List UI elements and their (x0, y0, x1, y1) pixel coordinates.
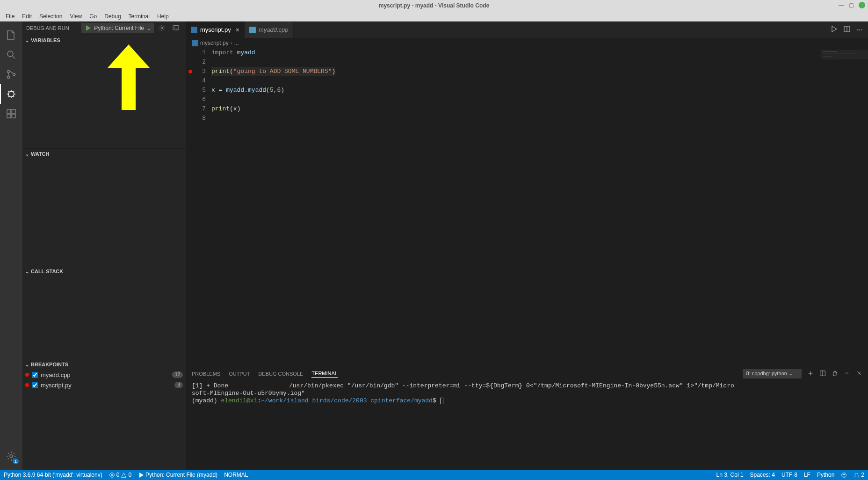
menu-edit[interactable]: Edit (18, 12, 36, 21)
window-title: myscript.py - myadd - Visual Studio Code (379, 2, 490, 9)
status-feedback[interactable] (841, 472, 847, 478)
status-notifications[interactable]: 2 (854, 472, 864, 478)
code-line[interactable]: 3print("going to ADD SOME NUMBERS") (186, 67, 335, 76)
tab-myscript[interactable]: myscript.py × (186, 22, 245, 38)
svg-point-2 (7, 76, 10, 79)
menu-view[interactable]: View (66, 12, 86, 21)
svg-rect-6 (12, 109, 15, 113)
breakpoint-line: 12 (172, 371, 183, 378)
tab-myadd[interactable]: myadd.cpp (245, 22, 294, 38)
minimize-icon[interactable]: — (839, 2, 844, 8)
panel-tab-output[interactable]: OUTPUT (229, 371, 250, 377)
minimap[interactable] (821, 48, 868, 367)
svg-rect-5 (7, 109, 11, 113)
settings-badge: 1 (13, 458, 19, 464)
status-debug[interactable]: Python: Current File (myadd) (138, 472, 217, 478)
search-icon[interactable] (0, 45, 22, 65)
status-bar: Python 3.6.9 64-bit ('myadd': virtualenv… (0, 470, 868, 480)
run-icon[interactable] (830, 25, 838, 34)
menu-help[interactable]: Help (153, 12, 173, 21)
split-editor-icon[interactable] (843, 25, 851, 34)
callstack-header[interactable]: ⌄ CALL STACK (22, 266, 186, 276)
status-lang[interactable]: Python (817, 472, 834, 478)
breakpoint-file: myadd.cpp (41, 371, 71, 378)
menu-go[interactable]: Go (86, 12, 101, 21)
svg-point-19 (845, 474, 846, 475)
status-spaces[interactable]: Spaces: 4 (750, 472, 775, 478)
panel-tab-debugconsole[interactable]: DEBUG CONSOLE (258, 371, 303, 377)
code-line[interactable]: 6 (186, 95, 335, 104)
breakpoints-header[interactable]: ⌄ BREAKPOINTS (22, 359, 186, 370)
breakpoints-section: ⌄ BREAKPOINTS myadd.cpp 12 myscript.py 3 (22, 359, 186, 390)
gear-icon[interactable] (156, 23, 168, 33)
code-text[interactable]: print(x) (211, 104, 240, 114)
breadcrumb[interactable]: myscript.py › ... (186, 38, 868, 48)
status-mode[interactable]: NORMAL (224, 472, 248, 478)
variables-header[interactable]: ⌄ VARIABLES (22, 35, 186, 45)
menu-file[interactable]: File (2, 12, 18, 21)
extensions-icon[interactable] (0, 104, 22, 124)
watch-header[interactable]: ⌄ WATCH (22, 149, 186, 159)
debug-config-selector[interactable]: Python: Current File ⌄ (81, 23, 154, 33)
terminal[interactable]: [1] + Done/usr/bin/pkexec "/usr/bin/gdb"… (186, 380, 868, 470)
chevron-down-icon: ⌄ (25, 152, 29, 157)
bottom-panel: PROBLEMS OUTPUT DEBUG CONSOLE TERMINAL 8… (186, 367, 868, 470)
code-line[interactable]: 8 (186, 114, 335, 123)
split-terminal-icon[interactable] (819, 370, 826, 378)
status-problems[interactable]: 0 0 (109, 472, 131, 478)
code-line[interactable]: 7print(x) (186, 104, 335, 114)
code-text[interactable]: x = myadd.myadd(5,6) (211, 86, 284, 95)
debug-console-icon[interactable] (170, 23, 182, 33)
status-position[interactable]: Ln 3, Col 1 (716, 472, 744, 478)
menu-debug[interactable]: Debug (101, 12, 124, 21)
svg-rect-7 (7, 114, 11, 118)
close-icon[interactable] (859, 2, 865, 8)
panel-tab-problems[interactable]: PROBLEMS (192, 371, 220, 377)
code-line[interactable]: 2 (186, 58, 335, 67)
code-editor[interactable]: 1import myadd23print("going to ADD SOME … (186, 48, 868, 367)
chevron-down-icon: ⌄ (147, 26, 151, 31)
line-number: 5 (195, 86, 211, 95)
maximize-icon[interactable]: ▢ (849, 2, 854, 8)
callstack-section: ⌄ CALL STACK (22, 266, 186, 359)
kill-terminal-icon[interactable] (832, 370, 838, 378)
breakpoint-line: 3 (174, 382, 183, 388)
breakpoint-row[interactable]: myscript.py 3 (22, 380, 186, 390)
debug-icon[interactable] (0, 84, 22, 104)
panel-tabs: PROBLEMS OUTPUT DEBUG CONSOLE TERMINAL 8… (186, 367, 868, 380)
status-eol[interactable]: LF (804, 472, 810, 478)
code-line[interactable]: 1import myadd (186, 48, 335, 58)
close-panel-icon[interactable] (856, 370, 862, 378)
more-icon[interactable]: ⋯ (856, 26, 862, 33)
code-line[interactable]: 5x = myadd.myadd(5,6) (186, 86, 335, 95)
maximize-panel-icon[interactable] (844, 370, 850, 378)
breakpoint-checkbox[interactable] (32, 382, 38, 388)
panel-tab-terminal[interactable]: TERMINAL (311, 371, 338, 378)
breakpoint-row[interactable]: myadd.cpp 12 (22, 370, 186, 380)
source-control-icon[interactable] (0, 65, 22, 84)
terminal-selector[interactable]: 8: cppdbg: python ⌄ (743, 369, 802, 378)
line-number: 8 (195, 114, 211, 123)
menu-terminal[interactable]: Terminal (125, 12, 153, 21)
status-python[interactable]: Python 3.6.9 64-bit ('myadd': virtualenv… (4, 472, 102, 478)
watch-section: ⌄ WATCH (22, 148, 186, 266)
tab-label: myadd.cpp (259, 26, 289, 33)
code-text[interactable]: import myadd (211, 48, 255, 58)
breakpoint-dot-icon[interactable] (188, 70, 192, 73)
explorer-icon[interactable] (0, 25, 22, 45)
breakpoint-checkbox[interactable] (32, 372, 38, 378)
menu-selection[interactable]: Selection (36, 12, 66, 21)
new-terminal-icon[interactable] (807, 370, 814, 378)
watch-body (22, 159, 186, 266)
svg-point-9 (10, 455, 13, 458)
status-encoding[interactable]: UTF-8 (781, 472, 797, 478)
code-text[interactable]: print("going to ADD SOME NUMBERS") (211, 67, 335, 76)
close-icon[interactable]: × (236, 26, 239, 34)
chevron-right-icon: › (231, 40, 232, 46)
code-line[interactable]: 4 (186, 76, 335, 86)
breakpoint-dot-icon (25, 373, 29, 377)
line-number: 4 (195, 76, 211, 86)
settings-icon[interactable]: 1 (0, 446, 22, 466)
chevron-down-icon: ⌄ (25, 38, 29, 43)
svg-rect-8 (12, 114, 15, 118)
